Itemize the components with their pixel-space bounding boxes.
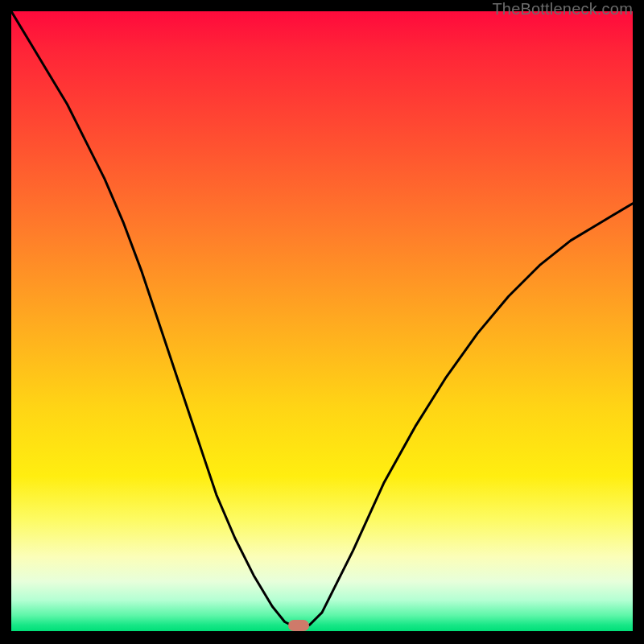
plot-area [11, 11, 633, 631]
minimum-marker [288, 620, 309, 631]
bottleneck-curve [11, 11, 633, 631]
watermark-text: TheBottleneck.com [492, 0, 633, 19]
chart-stage: TheBottleneck.com [0, 0, 644, 644]
